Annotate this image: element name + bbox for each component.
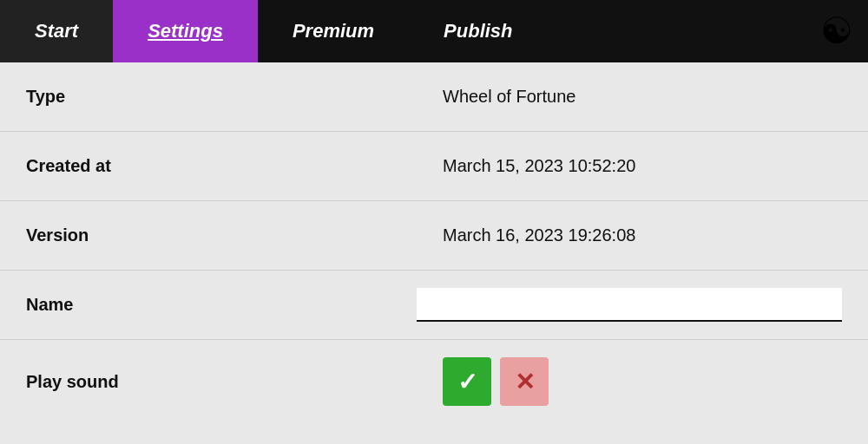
yin-yang-icon: ☯ [820, 13, 853, 49]
value-play-sound: ✓ ✕ [434, 340, 851, 423]
yin-yang-button[interactable]: ☯ [806, 0, 868, 62]
value-version: March 16, 2023 19:26:08 [434, 208, 851, 263]
settings-content: Type Wheel of Fortune Created at March 1… [0, 62, 868, 423]
label-version: Version [17, 208, 434, 263]
nav-label-start: Start [35, 20, 78, 42]
nav-item-settings[interactable]: Settings [113, 0, 258, 62]
check-icon: ✓ [457, 368, 477, 396]
value-name [408, 271, 851, 339]
nav-bar: Start Settings Premium Publish ☯ [0, 0, 868, 62]
sound-x-button[interactable]: ✕ [500, 357, 549, 406]
label-type: Type [17, 69, 434, 124]
label-created-at: Created at [17, 139, 434, 193]
nav-label-publish: Publish [444, 20, 512, 42]
nav-label-settings: Settings [148, 20, 223, 42]
nav-item-premium[interactable]: Premium [258, 0, 409, 62]
settings-row-created-at: Created at March 15, 2023 10:52:20 [0, 132, 868, 201]
settings-row-type: Type Wheel of Fortune [0, 62, 868, 132]
nav-item-publish[interactable]: Publish [409, 0, 547, 62]
name-input[interactable] [417, 288, 842, 322]
sound-check-button[interactable]: ✓ [443, 357, 491, 406]
sound-buttons-group: ✓ ✕ [443, 357, 842, 406]
settings-row-name: Name [0, 271, 868, 340]
value-created-at: March 15, 2023 10:52:20 [434, 139, 851, 193]
label-name: Name [17, 278, 408, 332]
settings-row-play-sound: Play sound ✓ ✕ [0, 340, 868, 423]
value-type: Wheel of Fortune [434, 69, 851, 124]
x-icon: ✕ [515, 368, 535, 396]
nav-item-start[interactable]: Start [0, 0, 113, 62]
settings-row-version: Version March 16, 2023 19:26:08 [0, 201, 868, 271]
label-play-sound: Play sound [17, 355, 434, 409]
nav-label-premium: Premium [293, 20, 374, 42]
